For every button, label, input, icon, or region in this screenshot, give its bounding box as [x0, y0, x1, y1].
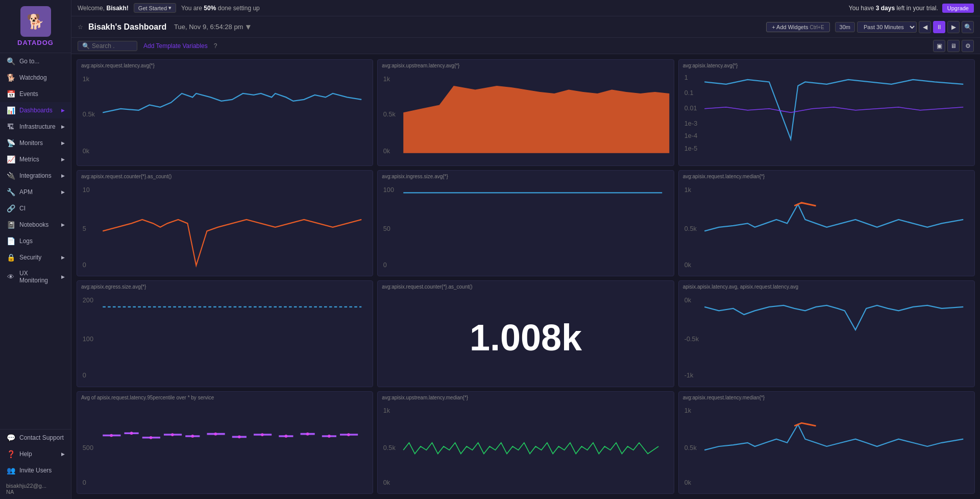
- nav-ux-monitoring[interactable]: 👁 UX Monitoring ▶: [0, 266, 71, 288]
- infrastructure-label: Infrastructure: [19, 123, 56, 130]
- events-label: Events: [19, 90, 38, 98]
- dashboard-title-text: Bisakh's Dashboard: [88, 22, 171, 32]
- prev-button[interactable]: ◀: [919, 21, 931, 33]
- user-info: bisakhju22@g... NA: [0, 479, 71, 499]
- display-buttons: ▣ 🖥 ⚙: [933, 40, 974, 52]
- nav-watchdog[interactable]: 🐕 Watchdog: [0, 69, 71, 86]
- search-input-wrap: 🔍: [78, 41, 137, 51]
- monitors-icon: 📡: [6, 139, 15, 147]
- nav-contact-support[interactable]: 💬 Contact Support: [0, 430, 71, 446]
- svg-text:1e-4: 1e-4: [684, 131, 697, 139]
- widget-10-title: Avg of apisix.request.latency.95percenti…: [81, 395, 369, 400]
- desktop-view-button[interactable]: ▣: [933, 40, 945, 52]
- svg-text:0k: 0k: [684, 260, 691, 268]
- widget-upstream-latency-median: avg:apisix.upstream.latency.median{*} 1k…: [377, 391, 674, 494]
- time-30m[interactable]: 30m: [835, 22, 855, 32]
- svg-point-45: [130, 432, 133, 435]
- svg-text:5: 5: [83, 225, 86, 232]
- nav-invite-users[interactable]: 👥 Invite Users: [0, 462, 71, 479]
- nav-events[interactable]: 📅 Events: [0, 86, 71, 102]
- get-started-label: Get Started: [138, 5, 167, 11]
- add-template-variables-button[interactable]: Add Template Variables: [143, 42, 208, 50]
- dashboards-icon: 📊: [6, 106, 15, 114]
- widget-request-latency-median-2: avg:apisix.request.latency.median{*} 1k …: [678, 391, 975, 494]
- widget-7-title: avg:apisix.egress.size.avg{*}: [81, 284, 369, 290]
- nav-security[interactable]: 🔒 Security ▶: [0, 249, 71, 266]
- svg-text:10: 10: [83, 185, 90, 193]
- svg-text:-0.5k: -0.5k: [684, 335, 699, 343]
- widget-11-chart: 1k 0.5k 0k: [382, 402, 669, 490]
- svg-text:0.5k: 0.5k: [383, 444, 396, 452]
- svg-point-53: [306, 433, 309, 436]
- widget-request-latency-avg: avg:apisix.request.latency.avg{*} 1k 0.5…: [77, 59, 373, 166]
- add-widget-button[interactable]: + Add Widgets Ctrl+E: [766, 22, 829, 32]
- nav-logs[interactable]: 📄 Logs: [0, 233, 71, 249]
- big-number-display: 1.008k: [470, 317, 582, 359]
- svg-text:0: 0: [83, 260, 86, 268]
- dashboard-datetime: Tue, Nov 9, 6:54:28 pm: [174, 23, 243, 31]
- apm-label: APM: [19, 188, 33, 196]
- widget-4-chart: 10 5 0: [81, 181, 369, 273]
- dashboard-dropdown-icon[interactable]: ▾: [246, 22, 250, 32]
- notebooks-icon: 📓: [6, 221, 15, 229]
- search-bar: 🔍 Add Template Variables ? ▣ 🖥 ⚙: [71, 38, 980, 54]
- svg-text:0: 0: [83, 371, 86, 379]
- notebooks-label: Notebooks: [19, 221, 48, 228]
- nav-metrics[interactable]: 📈 Metrics ▶: [0, 151, 71, 168]
- nav-integrations[interactable]: 🔌 Integrations ▶: [0, 168, 71, 184]
- nav-goto[interactable]: 🔍 Go to...: [0, 53, 71, 69]
- get-started-dropdown-icon: ▾: [168, 5, 172, 11]
- nav-ci[interactable]: 🔗 CI: [0, 200, 71, 217]
- security-label: Security: [19, 254, 41, 261]
- settings-button[interactable]: ⚙: [962, 40, 974, 52]
- nav-help[interactable]: ❓ Help ▶: [0, 446, 71, 462]
- add-widget-shortcut: Ctrl+E: [810, 25, 824, 30]
- ci-label: CI: [19, 205, 26, 212]
- events-icon: 📅: [6, 90, 15, 98]
- svg-text:1k: 1k: [383, 75, 390, 83]
- nav-apm[interactable]: 🔧 APM ▶: [0, 184, 71, 200]
- time-range-select[interactable]: Past 30 Minutes: [857, 21, 917, 33]
- widget-9-chart: 0k -0.5k -1k: [683, 292, 970, 384]
- sidebar: 🐕 DATADOG 🔍 Go to... 🐕 Watchdog 📅 Events…: [0, 0, 71, 499]
- svg-text:1k: 1k: [684, 185, 691, 193]
- main-content: Welcome, Bisakh! Get Started ▾ You are 5…: [71, 0, 980, 499]
- widget-7-chart: 200 100 0: [81, 292, 369, 384]
- nav-monitors[interactable]: 📡 Monitors ▶: [0, 135, 71, 151]
- svg-text:-1k: -1k: [684, 371, 693, 379]
- topbar: Welcome, Bisakh! Get Started ▾ You are 5…: [71, 0, 980, 16]
- monitor-view-button[interactable]: 🖥: [947, 40, 960, 52]
- welcome-prefix: Welcome,: [78, 5, 106, 12]
- welcome-text: Welcome, Bisakh!: [78, 5, 129, 12]
- progress-prefix: You are: [181, 5, 204, 12]
- integrations-label: Integrations: [19, 172, 52, 179]
- svg-point-51: [261, 433, 264, 436]
- datadog-logo-icon: 🐕: [20, 6, 51, 37]
- next-button[interactable]: ▶: [947, 21, 960, 33]
- get-started-button[interactable]: Get Started ▾: [134, 3, 176, 13]
- user-email: bisakhju22@g...: [6, 483, 65, 489]
- svg-text:1e-5: 1e-5: [684, 145, 697, 152]
- username: Bisakh!: [106, 5, 128, 12]
- nav-dashboards[interactable]: 📊 Dashboards ▶: [0, 102, 71, 118]
- template-help-icon[interactable]: ?: [214, 42, 217, 50]
- help-label: Help: [19, 450, 32, 458]
- pause-button[interactable]: ⏸: [933, 21, 945, 33]
- ux-arrow: ▶: [61, 274, 65, 279]
- nav-notebooks[interactable]: 📓 Notebooks ▶: [0, 217, 71, 233]
- svg-point-49: [214, 433, 217, 436]
- metrics-label: Metrics: [19, 156, 39, 163]
- search-time-button[interactable]: 🔍: [962, 21, 974, 33]
- trial-text: You have 3 days left in your trial.: [849, 5, 938, 12]
- monitors-label: Monitors: [19, 139, 43, 147]
- upgrade-button[interactable]: Upgrade: [942, 4, 974, 13]
- progress-suffix: done setting up: [216, 5, 259, 12]
- favorite-star-icon[interactable]: ☆: [78, 23, 83, 31]
- metrics-arrow: ▶: [61, 157, 65, 162]
- search-input[interactable]: [92, 42, 133, 50]
- widget-8-value: 1.008k: [382, 292, 669, 384]
- widget-3-chart: 1 0.1 0.01 1e-3 1e-4 1e-5: [683, 70, 970, 162]
- nav-infrastructure[interactable]: 🏗 Infrastructure ▶: [0, 118, 71, 135]
- widget-12-chart: 1k 0.5k 0k: [683, 402, 970, 490]
- widget-2-title: avg:apisix.upstream.latency.avg{*}: [382, 63, 669, 68]
